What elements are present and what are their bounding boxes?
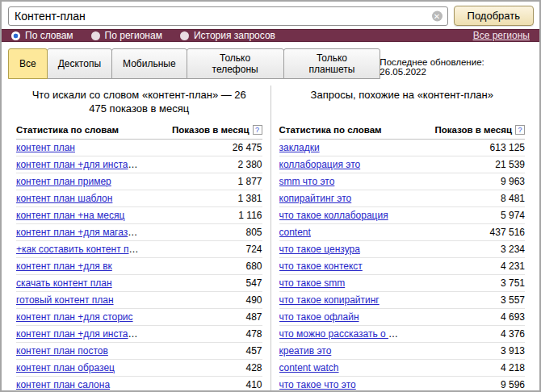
keyword-link[interactable]: контент план +для магазина <box>16 227 139 238</box>
table-row: скачать контент план 547 <box>16 275 262 292</box>
mode-by-words[interactable]: По словам <box>11 30 73 41</box>
table-row: креатив это 3 913 <box>279 343 526 360</box>
impressions-value: 1 877 <box>139 173 262 190</box>
keyword-link[interactable]: контент план +для сторис <box>16 311 133 323</box>
impressions-value: 613 125 <box>402 140 525 156</box>
keyword-link[interactable]: что такое офлайн <box>279 311 359 323</box>
table-row: что такое цензура 3 234 <box>279 241 526 258</box>
table-row: контент план постов 457 <box>16 343 262 360</box>
impressions-value: 490 <box>139 292 262 309</box>
table-row: smm что это 9 963 <box>279 173 526 190</box>
keyword-link[interactable]: что такое копирайтинг <box>279 294 380 306</box>
clear-icon[interactable]: ✕ <box>432 10 442 21</box>
tab-mobile[interactable]: Мобильные <box>111 48 187 79</box>
impressions-value: 478 <box>139 326 262 343</box>
device-tabs-row: Все Десктопы Мобильные Только телефоны Т… <box>2 42 539 79</box>
keyword-link[interactable]: контент план постов <box>16 345 108 357</box>
impressions-value: 21 539 <box>402 156 525 173</box>
mode-by-regions[interactable]: По регионам <box>91 30 162 41</box>
table-row: контент план 26 475 <box>16 140 262 156</box>
table-row: контент план +для вк 680 <box>16 258 262 275</box>
impressions-value: 487 <box>139 309 262 326</box>
keyword-link[interactable]: что такое что это <box>279 379 356 390</box>
keyword-link[interactable]: что можно рассказать о себе <box>279 328 402 340</box>
keyword-link[interactable]: креатив это <box>279 345 332 357</box>
left-panel-title: Что искали со словом «контент-план» — 26… <box>27 89 251 116</box>
right-panel-title: Запросы, похожие на «контент-план» <box>291 89 514 116</box>
keyword-link[interactable]: скачать контент план <box>16 277 112 289</box>
mode-label: По словам <box>25 30 73 41</box>
keyword-link[interactable]: что такое контекст <box>279 261 363 272</box>
keyword-link[interactable]: копирайтинг это <box>279 193 352 204</box>
keyword-link[interactable]: content <box>279 227 311 238</box>
impressions-value: 4 218 <box>402 360 525 377</box>
keyword-link[interactable]: контент план +на месяц <box>16 210 124 221</box>
table-row: контент план пример 1 877 <box>16 173 262 190</box>
table-row: content 437 516 <box>279 224 526 241</box>
keyword-link[interactable]: контент план салона <box>16 379 110 390</box>
keyword-link[interactable]: +как составить контент план <box>16 244 139 255</box>
all-regions-link[interactable]: Все регионы <box>473 30 530 41</box>
keyword-link[interactable]: что такое коллаборация <box>279 210 388 221</box>
column-impressions-header: Показов в месяц? <box>402 123 525 140</box>
mode-label: По регионам <box>105 30 162 41</box>
device-tabs: Все Десктопы Мобильные Только телефоны Т… <box>8 48 380 79</box>
impressions-value: 4 693 <box>402 309 525 326</box>
impressions-value: 9 596 <box>402 377 525 392</box>
search-input-wrapper: ✕ <box>8 6 448 26</box>
radio-icon <box>11 31 20 40</box>
keyword-link[interactable]: smm что это <box>279 176 335 187</box>
mode-nav-bar: По словам По регионам История запросов В… <box>2 29 539 42</box>
panel-searched-with-word: Что искали со словом «контент-план» — 26… <box>8 85 271 392</box>
tab-phones-only[interactable]: Только телефоны <box>187 48 284 79</box>
keyword-link[interactable]: готовый контент план <box>16 294 114 306</box>
mode-query-history[interactable]: История запросов <box>180 30 275 41</box>
right-keywords-table: Статистика по словам Показов в месяц? за… <box>279 123 526 392</box>
keyword-link[interactable]: закладки <box>279 142 320 153</box>
table-row: контент план +на месяц 1 116 <box>16 207 262 224</box>
impressions-value: 547 <box>139 275 262 292</box>
keyword-link[interactable]: что такое smm <box>279 277 346 289</box>
table-row: контент план +для магазина 805 <box>16 224 262 241</box>
panel-similar-queries: Запросы, похожие на «контент-план» Стати… <box>271 85 534 392</box>
help-icon[interactable]: ? <box>253 125 262 135</box>
keyword-link[interactable]: коллаборация это <box>279 159 361 170</box>
table-row: контент план шаблон 1 381 <box>16 190 262 207</box>
keyword-link[interactable]: контент план +для инстаграмма <box>16 328 139 340</box>
keyword-link[interactable]: контент план +для вк <box>16 261 112 272</box>
impressions-value: 724 <box>139 241 262 258</box>
table-row: коллаборация это 21 539 <box>279 156 526 173</box>
keyword-link[interactable]: что такое цензура <box>279 244 360 255</box>
impressions-value: 3 234 <box>402 241 525 258</box>
keyword-link[interactable]: контент план образец <box>16 362 115 373</box>
table-row: что можно рассказать о себе 4 376 <box>279 326 526 343</box>
keyword-link[interactable]: контент план шаблон <box>16 193 112 204</box>
left-keywords-table: Статистика по словам Показов в месяц? ко… <box>16 123 262 392</box>
impressions-value: 4 376 <box>402 326 525 343</box>
search-row: ✕ Подобрать <box>2 2 539 29</box>
tab-desktops[interactable]: Десктопы <box>47 48 112 79</box>
impressions-value: 26 475 <box>139 140 262 156</box>
keyword-link[interactable]: контент план <box>16 142 75 153</box>
impressions-value: 410 <box>139 377 262 392</box>
keyword-link[interactable]: контент план пример <box>16 176 111 187</box>
table-row: контент план +для инстаграмма 478 <box>16 326 262 343</box>
radio-icon <box>91 31 100 40</box>
help-icon[interactable]: ? <box>515 125 525 135</box>
search-input[interactable] <box>8 6 448 26</box>
impressions-value: 2 380 <box>139 156 262 173</box>
table-row: контент план образец 428 <box>16 360 262 377</box>
table-row: что такое коллаборация 5 974 <box>279 207 526 224</box>
submit-button[interactable]: Подобрать <box>454 6 534 26</box>
keyword-link[interactable]: content watch <box>279 362 339 373</box>
tab-all[interactable]: Все <box>8 48 48 79</box>
impressions-value: 805 <box>139 224 262 241</box>
tab-tablets-only[interactable]: Только планшеты <box>283 48 381 79</box>
radio-icon <box>180 31 189 40</box>
impressions-value: 437 516 <box>402 224 525 241</box>
keyword-link[interactable]: контент план +для инстаграм <box>16 159 139 170</box>
table-row: content watch 4 218 <box>279 360 526 377</box>
table-row: что такое контекст 4 231 <box>279 258 526 275</box>
impressions-value: 428 <box>139 360 262 377</box>
table-row: контент план +для сторис 487 <box>16 309 262 326</box>
